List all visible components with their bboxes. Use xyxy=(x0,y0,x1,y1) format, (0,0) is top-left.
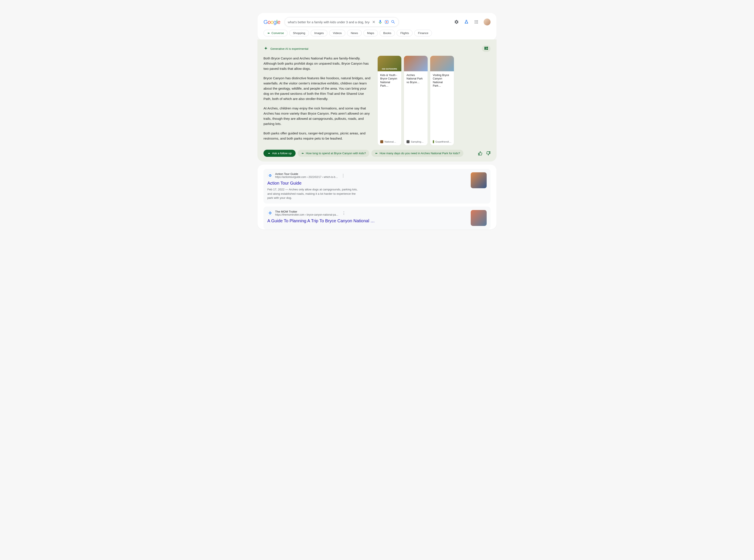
lens-icon[interactable] xyxy=(384,20,389,24)
followup-suggestion[interactable]: How many days do you need in Arches Nati… xyxy=(371,150,463,157)
thumbs-down-icon[interactable] xyxy=(486,151,491,156)
more-icon[interactable]: ⋮ xyxy=(342,211,346,215)
result-title[interactable]: Action Tour Guide xyxy=(267,181,467,186)
search-results: Action Tour Guidehttps://actiontourguide… xyxy=(257,164,497,229)
ai-label: Generative AI is experimental xyxy=(270,47,308,51)
chip-finance[interactable]: Finance xyxy=(414,30,432,36)
source-card[interactable]: Arches National Park vs Bryce…Sampling… xyxy=(404,56,428,145)
chip-news[interactable]: News xyxy=(347,30,362,36)
svg-point-9 xyxy=(476,23,477,23)
svg-point-1 xyxy=(386,21,388,23)
chip-shopping[interactable]: Shopping xyxy=(289,30,309,36)
result-site: Action Tour Guide xyxy=(275,172,338,176)
filter-chips: ConverseShoppingImagesVideosNewsMapsBook… xyxy=(263,30,491,36)
more-icon[interactable]: ⋮ xyxy=(341,173,345,178)
source-card[interactable]: Visiting Bryce Canyon National Park…Gope… xyxy=(430,56,454,145)
svg-rect-12 xyxy=(486,47,488,48)
search-result[interactable]: Action Tour Guidehttps://actiontourguide… xyxy=(263,169,491,203)
favicon xyxy=(267,173,273,178)
layout-toggle[interactable] xyxy=(482,45,491,52)
search-input[interactable] xyxy=(288,20,370,24)
ask-followup-button[interactable]: Ask a follow up xyxy=(263,150,296,157)
search-result[interactable]: The MOM Trotterhttps://themomtrotter.com… xyxy=(263,206,491,229)
ai-paragraph: Bryce Canyon has distinctive features li… xyxy=(263,76,371,101)
svg-point-3 xyxy=(476,20,477,21)
ai-paragraph: At Arches, children may enjoy the rock f… xyxy=(263,106,371,126)
svg-rect-13 xyxy=(486,48,488,50)
svg-point-10 xyxy=(477,23,478,23)
labs-icon[interactable] xyxy=(464,19,469,24)
search-bar[interactable] xyxy=(284,17,399,27)
chip-videos[interactable]: Videos xyxy=(329,30,345,36)
svg-point-5 xyxy=(475,22,475,22)
sparkle-icon xyxy=(263,46,268,51)
ai-overview-panel: Generative AI is experimental Both Bryce… xyxy=(257,39,497,162)
chip-maps[interactable]: Maps xyxy=(363,30,378,36)
svg-point-7 xyxy=(477,22,478,22)
chip-books[interactable]: Books xyxy=(380,30,395,36)
chip-flights[interactable]: Flights xyxy=(397,30,413,36)
result-site: The MOM Trotter xyxy=(275,210,338,213)
svg-rect-11 xyxy=(484,47,486,50)
result-title[interactable]: A Guide To Planning A Trip To Bryce Cany… xyxy=(267,218,467,223)
svg-point-6 xyxy=(476,22,477,22)
svg-point-4 xyxy=(477,20,478,21)
thumbs-up-icon[interactable] xyxy=(478,151,482,156)
followup-suggestion[interactable]: How long to spend at Bryce Canyon with k… xyxy=(298,150,369,157)
ai-source-cards: KID OUTDOORSKids & Youth - Bryce Canyon … xyxy=(378,56,491,145)
svg-point-2 xyxy=(475,20,475,21)
settings-icon[interactable] xyxy=(454,19,459,24)
search-icon[interactable] xyxy=(391,20,396,24)
favicon xyxy=(267,210,273,216)
ai-response-text: Both Bryce Canyon and Arches National Pa… xyxy=(263,56,371,145)
result-thumbnail xyxy=(471,172,487,188)
chip-images[interactable]: Images xyxy=(311,30,328,36)
result-url: https://actiontourguide.com › 2022/02/17… xyxy=(275,176,338,179)
ai-paragraph: Both Bryce Canyon and Arches National Pa… xyxy=(263,56,371,71)
header: Google xyxy=(257,13,497,40)
clear-icon[interactable] xyxy=(371,20,376,24)
source-card[interactable]: KID OUTDOORSKids & Youth - Bryce Canyon … xyxy=(378,56,401,145)
ai-paragraph: Both parks offer guided tours, ranger-le… xyxy=(263,131,371,141)
result-url: https://themomtrotter.com › bryce-canyon… xyxy=(275,213,338,216)
apps-icon[interactable] xyxy=(474,19,479,24)
result-thumbnail xyxy=(471,210,487,226)
chip-converse[interactable]: Converse xyxy=(263,30,287,36)
mic-icon[interactable] xyxy=(378,20,383,24)
svg-point-8 xyxy=(475,23,475,23)
google-logo[interactable]: Google xyxy=(263,19,280,25)
avatar[interactable] xyxy=(484,19,491,25)
